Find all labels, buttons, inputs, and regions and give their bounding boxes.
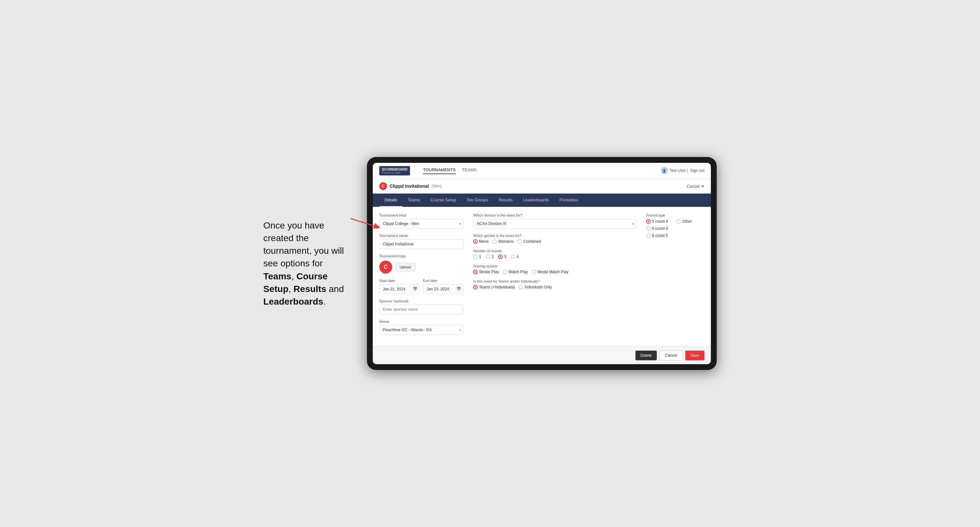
- logo-title: SCOREBOARD: [382, 167, 407, 171]
- format-type-label: Format type: [646, 213, 705, 217]
- venue-select[interactable]: Peachtree GC - Atlanta - GA: [379, 325, 463, 335]
- tab-details[interactable]: Details: [379, 194, 402, 207]
- rounds-3[interactable]: 3: [498, 254, 506, 259]
- tablet-screen: SCOREBOARD Powered by clippd TOURNAMENTS…: [373, 163, 711, 365]
- format-6count4[interactable]: 6 count 4: [646, 226, 668, 231]
- format-5count4-row: 5 count 4 Other: [646, 219, 705, 224]
- tournament-icon: C: [379, 182, 387, 190]
- venue-select-wrapper: Peachtree GC - Atlanta - GA: [379, 325, 463, 335]
- signout-link[interactable]: Sign out: [690, 168, 705, 173]
- start-date-label: Start date: [379, 279, 420, 283]
- format-other-radio[interactable]: [676, 219, 681, 224]
- format-6count5-row: 6 count 5: [646, 233, 705, 238]
- tournament-title: C Clippd Invitational (Men): [379, 182, 442, 190]
- end-date-label: End date: [423, 279, 463, 283]
- nav-tournaments[interactable]: TOURNAMENTS: [423, 167, 455, 174]
- tab-course-setup[interactable]: Course Setup: [425, 194, 461, 207]
- format-6count4-radio[interactable]: [646, 226, 651, 231]
- gender-radio-group: Mens Womens Combined: [473, 239, 636, 244]
- rounds-3-radio[interactable]: [498, 254, 503, 259]
- tournament-name-input[interactable]: [379, 239, 463, 249]
- tournament-gender: (Men): [431, 184, 441, 188]
- scoring-radio-group: Stroke Play Match Play Medal Match Play: [473, 270, 636, 274]
- gender-womens[interactable]: Womens: [492, 239, 513, 244]
- tab-leaderboards[interactable]: Leaderboards: [518, 194, 554, 207]
- division-group: Which division is the event for? NCAA Di…: [473, 213, 636, 229]
- tournament-host-group: Tournament Host Clippd College - Men: [379, 213, 463, 229]
- teams-plus-radio[interactable]: [473, 285, 478, 289]
- rounds-4-label: 4: [517, 254, 519, 259]
- right-column: Which division is the event for? NCAA Di…: [473, 213, 636, 340]
- format-6count5-radio[interactable]: [646, 233, 651, 238]
- scoring-match-label: Match Play: [509, 270, 528, 274]
- tournament-host-label: Tournament Host: [379, 213, 463, 217]
- gender-mens-radio[interactable]: [473, 239, 478, 244]
- rounds-label: Number of rounds: [473, 249, 636, 253]
- division-select[interactable]: NCAA Division III: [473, 219, 636, 229]
- tournament-host-select[interactable]: Clippd College - Men: [379, 219, 463, 229]
- venue-group: Venue Peachtree GC - Atlanta - GA: [379, 319, 463, 335]
- nav-teams[interactable]: TEAMS: [462, 167, 477, 174]
- scoring-medal-radio[interactable]: [532, 270, 536, 274]
- scoring-group: Scoring system Stroke Play Match Play: [473, 264, 636, 274]
- upload-button[interactable]: Upload: [395, 263, 415, 271]
- format-other[interactable]: Other: [676, 219, 692, 224]
- format-5count4-radio[interactable]: [646, 219, 651, 224]
- gender-womens-radio[interactable]: [492, 239, 497, 244]
- rounds-1[interactable]: 1: [473, 254, 481, 259]
- logo-area: SCOREBOARD Powered by clippd: [379, 166, 410, 176]
- teams-plus-individuals[interactable]: Teams (+Individuals): [473, 285, 515, 289]
- cancel-button[interactable]: Cancel ✕: [687, 184, 705, 189]
- teams-plus-label: Teams (+Individuals): [479, 285, 515, 289]
- tab-teams[interactable]: Teams: [402, 194, 425, 207]
- tab-results[interactable]: Results: [493, 194, 518, 207]
- rounds-2[interactable]: 2: [486, 254, 494, 259]
- user-area: 👤 Test User | Sign out: [661, 167, 705, 174]
- format-type-column: Format type 5 count 4 Other: [646, 213, 705, 340]
- rounds-1-radio[interactable]: [473, 254, 478, 259]
- scoring-stroke-play[interactable]: Stroke Play: [473, 270, 499, 274]
- cancel-footer-button[interactable]: Cancel: [659, 351, 682, 360]
- tournament-host-select-wrapper: Clippd College - Men: [379, 219, 463, 229]
- left-column: Tournament Host Clippd College - Men Tou…: [379, 213, 463, 340]
- scoring-medal-label: Medal Match Play: [538, 270, 568, 274]
- rounds-4[interactable]: 4: [511, 254, 519, 259]
- format-6count5-label: 6 count 5: [652, 233, 668, 238]
- format-6count5[interactable]: 6 count 5: [646, 233, 668, 238]
- logo: SCOREBOARD Powered by clippd: [379, 166, 410, 176]
- tournament-name-group: Tournament name: [379, 234, 463, 249]
- top-nav: SCOREBOARD Powered by clippd TOURNAMENTS…: [373, 163, 711, 179]
- individuals-only[interactable]: Individuals Only: [519, 285, 552, 289]
- instruction-text: Once you have created the tournament, yo…: [263, 219, 354, 308]
- tournament-logo-group: Tournament logo C Upload: [379, 254, 463, 273]
- scoring-match-radio[interactable]: [503, 270, 507, 274]
- main-content: Tournament Host Clippd College - Men Tou…: [373, 207, 711, 346]
- gender-combined-radio[interactable]: [517, 239, 522, 244]
- gender-mens[interactable]: Mens: [473, 239, 488, 244]
- sponsor-input[interactable]: [379, 305, 463, 314]
- tab-tee-groups[interactable]: Tee Groups: [461, 194, 493, 207]
- scoring-stroke-radio[interactable]: [473, 270, 478, 274]
- tournament-name-label: Tournament name: [379, 234, 463, 238]
- individuals-only-radio[interactable]: [519, 285, 523, 289]
- gender-combined[interactable]: Combined: [517, 239, 541, 244]
- gender-group: Which gender is the event for? Mens Wome…: [473, 234, 636, 244]
- delete-button[interactable]: Delete: [635, 351, 657, 360]
- save-button[interactable]: Save: [685, 351, 705, 360]
- gender-label: Which gender is the event for?: [473, 234, 636, 238]
- user-avatar: 👤: [661, 167, 668, 174]
- rounds-4-radio[interactable]: [511, 254, 515, 259]
- gender-womens-label: Womens: [498, 239, 513, 244]
- start-date-wrap: 📅: [379, 284, 420, 294]
- format-5count4[interactable]: 5 count 4: [646, 219, 668, 224]
- individuals-only-label: Individuals Only: [524, 285, 552, 289]
- division-label: Which division is the event for?: [473, 213, 636, 217]
- rounds-2-radio[interactable]: [486, 254, 490, 259]
- tournament-header: C Clippd Invitational (Men) Cancel ✕: [373, 179, 711, 194]
- tab-printables[interactable]: Printables: [554, 194, 583, 207]
- format-5count4-label: 5 count 4: [652, 219, 668, 224]
- team-individual-radio-group: Teams (+Individuals) Individuals Only: [473, 285, 636, 289]
- logo-upload-area: C Upload: [379, 260, 463, 273]
- scoring-match-play[interactable]: Match Play: [503, 270, 528, 274]
- scoring-medal-match-play[interactable]: Medal Match Play: [532, 270, 568, 274]
